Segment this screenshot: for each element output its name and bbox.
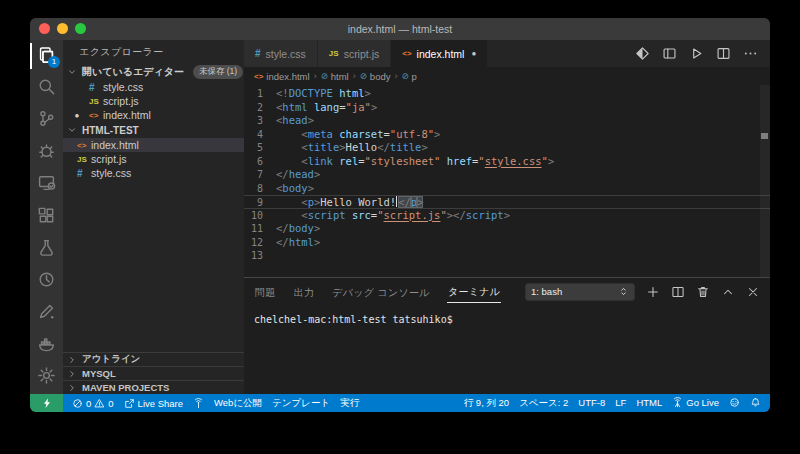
activity-item-docker[interactable] xyxy=(30,330,63,362)
test-flask-icon xyxy=(37,238,56,261)
tree-item-style.css[interactable]: #style.css xyxy=(63,166,244,180)
terminal-select-value: 1: bash xyxy=(531,286,562,297)
live-share-button[interactable]: Live Share xyxy=(119,394,188,412)
breadcrumb-item-index.html[interactable]: <>index.html xyxy=(254,71,310,82)
panel-tab-デバッグ コンソール[interactable]: デバッグ コンソール xyxy=(331,281,431,303)
terminal-output[interactable]: chelchel-mac:html-test tatsuhiko$ xyxy=(244,305,770,325)
problems-indicator[interactable]: 00 xyxy=(67,394,119,412)
run-code-icon[interactable] xyxy=(689,46,704,61)
activity-item-test-flask[interactable] xyxy=(30,233,63,265)
tab-label: style.css xyxy=(266,48,306,60)
folder-section-header[interactable]: HTML-TEST xyxy=(63,122,244,138)
line-number: 9 xyxy=(244,196,276,208)
activity-item-edit-pencil[interactable] xyxy=(30,298,63,330)
code-editor[interactable]: 1<!DOCTYPE html>2<html lang="ja">3<head>… xyxy=(244,85,770,277)
line-number: 12 xyxy=(244,236,276,250)
remote-indicator[interactable] xyxy=(30,394,63,412)
html-file-icon: <> xyxy=(254,72,263,81)
language-indicator[interactable]: HTML xyxy=(631,397,667,408)
activity-item-debug[interactable] xyxy=(30,137,63,169)
maximize-panel-icon[interactable] xyxy=(721,285,735,299)
tab-style.css[interactable]: #style.css xyxy=(244,40,318,67)
code-line-6: 6 <link rel="stylesheet" href="style.css… xyxy=(244,155,770,169)
select-updown-icon xyxy=(618,286,629,297)
terminal-select[interactable]: 1: bash xyxy=(525,283,635,301)
js-file-icon: JS xyxy=(329,49,339,58)
go-live-button[interactable]: Go Live xyxy=(667,397,724,408)
kill-terminal-icon[interactable] xyxy=(696,285,710,299)
status-label: 行 9, 列 20 xyxy=(464,397,509,410)
file-label: script.js xyxy=(91,153,127,165)
tab-script.js[interactable]: JSscript.js xyxy=(318,40,391,67)
breadcrumb-label: p xyxy=(412,71,417,82)
run-button[interactable]: 実行 xyxy=(335,394,364,412)
edit-pencil-icon xyxy=(37,302,56,325)
open-editor-item-style.css[interactable]: #style.css xyxy=(63,80,244,94)
traffic-lights xyxy=(39,23,86,34)
unsaved-badge: 未保存 (1) xyxy=(193,65,243,79)
text-cursor xyxy=(396,196,397,207)
activity-item-source-control[interactable] xyxy=(30,104,63,136)
code-line-12: 12</html> xyxy=(244,236,770,250)
broadcast-indicator[interactable] xyxy=(188,394,209,412)
title-bar[interactable]: index.html — html-test xyxy=(30,18,770,40)
indentation-indicator[interactable]: スペース: 2 xyxy=(514,397,573,410)
breadcrumb-item-p[interactable]: ⊘p xyxy=(401,71,416,82)
code-line-10: 10 <script src="script.js"></script> xyxy=(244,209,770,223)
panel-tab-問題[interactable]: 問題 xyxy=(254,281,277,303)
sidebar-section-MYSQL[interactable]: MYSQL xyxy=(63,366,244,380)
publish-web-button[interactable]: Webに公開 xyxy=(209,394,267,412)
activity-item-explorer[interactable]: 1 xyxy=(30,40,63,72)
activity-item-search[interactable] xyxy=(30,72,63,104)
encoding-indicator[interactable]: UTF-8 xyxy=(573,397,610,408)
tree-item-index.html[interactable]: <>index.html xyxy=(63,138,244,152)
activity-item-remote-explorer[interactable] xyxy=(30,169,63,201)
activity-item-extensions[interactable] xyxy=(30,201,63,233)
toggle-preview-icon[interactable] xyxy=(635,46,650,61)
editor-scrollbar[interactable] xyxy=(760,85,770,277)
template-button[interactable]: テンプレート xyxy=(267,394,335,412)
line-number: 6 xyxy=(244,155,276,169)
breadcrumb[interactable]: <>index.html›⊘html›⊘body›⊘p xyxy=(244,67,770,85)
line-col-indicator[interactable]: 行 9, 列 20 xyxy=(459,397,514,410)
editor-actions xyxy=(635,40,770,67)
tab-index.html[interactable]: <>index.html● xyxy=(391,40,488,67)
new-terminal-icon[interactable] xyxy=(646,285,660,299)
sidebar-section-MAVEN PROJECTS[interactable]: MAVEN PROJECTS xyxy=(63,380,244,394)
close-panel-icon[interactable] xyxy=(746,285,760,299)
close-window-button[interactable] xyxy=(39,23,50,34)
line-number: 7 xyxy=(244,168,276,182)
activity-item-settings-gear[interactable] xyxy=(30,362,63,394)
chevron-right-icon xyxy=(67,369,79,379)
section-label: アウトライン xyxy=(82,353,140,366)
css-file-icon: # xyxy=(255,48,261,59)
chevron-down-icon xyxy=(67,125,79,135)
tree-item-script.js[interactable]: JSscript.js xyxy=(63,152,244,166)
feedback-smiley[interactable] xyxy=(724,397,745,408)
open-editor-item-script.js[interactable]: JSscript.js xyxy=(63,94,244,108)
activity-item-clock[interactable] xyxy=(30,265,63,297)
breadcrumb-label: body xyxy=(370,71,391,82)
open-editors-header[interactable]: 開いているエディター 未保存 (1) xyxy=(63,64,244,80)
split-editor-icon[interactable] xyxy=(716,46,731,61)
symbol-icon: ⊘ xyxy=(360,71,367,81)
zoom-window-button[interactable] xyxy=(75,23,86,34)
minimize-window-button[interactable] xyxy=(57,23,68,34)
more-actions-icon[interactable] xyxy=(743,46,758,61)
eol-indicator[interactable]: LF xyxy=(610,397,631,408)
breadcrumb-item-html[interactable]: ⊘html xyxy=(321,71,349,82)
notifications-bell[interactable] xyxy=(745,397,766,408)
status-label: Go Live xyxy=(686,397,719,408)
panel-tab-出力[interactable]: 出力 xyxy=(293,281,316,303)
css-file-icon: # xyxy=(89,82,103,93)
status-bar-right: 行 9, 列 20スペース: 2UTF-8LFHTMLGo Live xyxy=(459,397,766,410)
open-editor-item-index.html[interactable]: ●<>index.html xyxy=(63,108,244,122)
sidebar-section-アウトライン[interactable]: アウトライン xyxy=(63,352,244,366)
code-line-9: 9 <p>Hello World!</p> xyxy=(244,195,770,209)
line-content: <meta charset="utf-8"> xyxy=(276,128,440,142)
split-terminal-icon[interactable] xyxy=(671,285,685,299)
breadcrumb-item-body[interactable]: ⊘body xyxy=(360,71,391,82)
panel-tab-ターミナル[interactable]: ターミナル xyxy=(447,280,501,303)
open-preview-icon[interactable] xyxy=(662,46,677,61)
js-file-icon: JS xyxy=(77,155,91,164)
